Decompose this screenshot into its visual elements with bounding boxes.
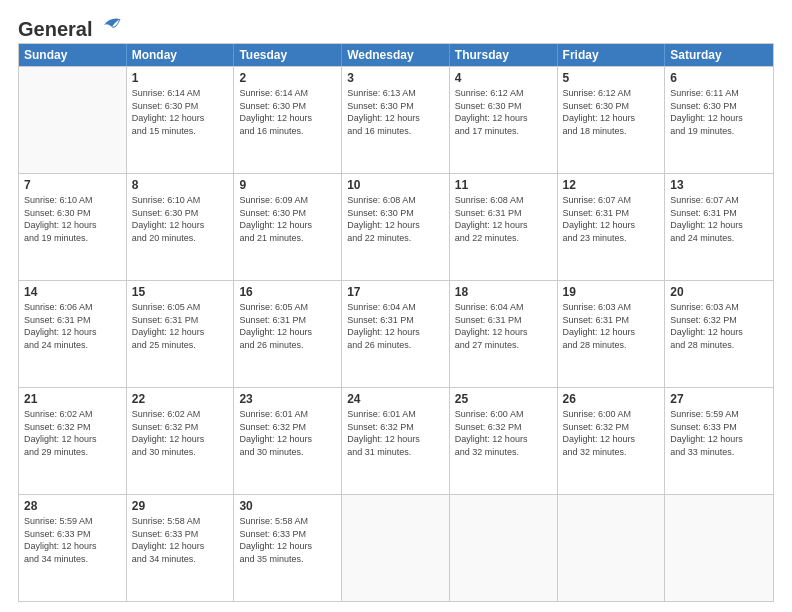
day-info: Sunrise: 6:05 AM Sunset: 6:31 PM Dayligh… (132, 301, 229, 351)
page: General SundayMondayTuesdayWednesdayThur… (0, 0, 792, 612)
calendar-cell: 27Sunrise: 5:59 AM Sunset: 6:33 PM Dayli… (665, 388, 773, 494)
calendar-cell: 5Sunrise: 6:12 AM Sunset: 6:30 PM Daylig… (558, 67, 666, 173)
calendar-cell: 18Sunrise: 6:04 AM Sunset: 6:31 PM Dayli… (450, 281, 558, 387)
calendar-week-3: 14Sunrise: 6:06 AM Sunset: 6:31 PM Dayli… (19, 280, 773, 387)
day-number: 12 (563, 177, 660, 193)
day-header-wednesday: Wednesday (342, 44, 450, 66)
calendar-week-2: 7Sunrise: 6:10 AM Sunset: 6:30 PM Daylig… (19, 173, 773, 280)
day-info: Sunrise: 6:02 AM Sunset: 6:32 PM Dayligh… (132, 408, 229, 458)
day-info: Sunrise: 5:59 AM Sunset: 6:33 PM Dayligh… (24, 515, 121, 565)
day-header-tuesday: Tuesday (234, 44, 342, 66)
day-number: 6 (670, 70, 768, 86)
calendar-cell: 21Sunrise: 6:02 AM Sunset: 6:32 PM Dayli… (19, 388, 127, 494)
day-info: Sunrise: 6:13 AM Sunset: 6:30 PM Dayligh… (347, 87, 444, 137)
day-number: 4 (455, 70, 552, 86)
day-info: Sunrise: 6:14 AM Sunset: 6:30 PM Dayligh… (132, 87, 229, 137)
calendar-cell: 10Sunrise: 6:08 AM Sunset: 6:30 PM Dayli… (342, 174, 450, 280)
day-number: 3 (347, 70, 444, 86)
logo-bird-icon (94, 15, 122, 37)
day-number: 22 (132, 391, 229, 407)
logo: General (18, 18, 122, 35)
calendar-cell: 9Sunrise: 6:09 AM Sunset: 6:30 PM Daylig… (234, 174, 342, 280)
calendar-cell: 7Sunrise: 6:10 AM Sunset: 6:30 PM Daylig… (19, 174, 127, 280)
calendar-cell: 13Sunrise: 6:07 AM Sunset: 6:31 PM Dayli… (665, 174, 773, 280)
day-number: 27 (670, 391, 768, 407)
day-info: Sunrise: 6:12 AM Sunset: 6:30 PM Dayligh… (455, 87, 552, 137)
calendar-cell: 23Sunrise: 6:01 AM Sunset: 6:32 PM Dayli… (234, 388, 342, 494)
day-info: Sunrise: 6:05 AM Sunset: 6:31 PM Dayligh… (239, 301, 336, 351)
day-info: Sunrise: 5:59 AM Sunset: 6:33 PM Dayligh… (670, 408, 768, 458)
calendar-cell: 28Sunrise: 5:59 AM Sunset: 6:33 PM Dayli… (19, 495, 127, 601)
day-number: 30 (239, 498, 336, 514)
day-info: Sunrise: 5:58 AM Sunset: 6:33 PM Dayligh… (239, 515, 336, 565)
day-header-thursday: Thursday (450, 44, 558, 66)
calendar-cell: 8Sunrise: 6:10 AM Sunset: 6:30 PM Daylig… (127, 174, 235, 280)
calendar-cell: 1Sunrise: 6:14 AM Sunset: 6:30 PM Daylig… (127, 67, 235, 173)
day-number: 11 (455, 177, 552, 193)
day-number: 13 (670, 177, 768, 193)
calendar: SundayMondayTuesdayWednesdayThursdayFrid… (18, 43, 774, 602)
calendar-cell: 4Sunrise: 6:12 AM Sunset: 6:30 PM Daylig… (450, 67, 558, 173)
day-number: 17 (347, 284, 444, 300)
day-number: 18 (455, 284, 552, 300)
day-info: Sunrise: 6:10 AM Sunset: 6:30 PM Dayligh… (24, 194, 121, 244)
day-info: Sunrise: 6:09 AM Sunset: 6:30 PM Dayligh… (239, 194, 336, 244)
calendar-cell: 24Sunrise: 6:01 AM Sunset: 6:32 PM Dayli… (342, 388, 450, 494)
calendar-cell: 2Sunrise: 6:14 AM Sunset: 6:30 PM Daylig… (234, 67, 342, 173)
day-number: 10 (347, 177, 444, 193)
day-number: 9 (239, 177, 336, 193)
day-number: 5 (563, 70, 660, 86)
day-info: Sunrise: 6:02 AM Sunset: 6:32 PM Dayligh… (24, 408, 121, 458)
day-number: 8 (132, 177, 229, 193)
day-info: Sunrise: 6:06 AM Sunset: 6:31 PM Dayligh… (24, 301, 121, 351)
day-header-friday: Friday (558, 44, 666, 66)
day-info: Sunrise: 6:08 AM Sunset: 6:31 PM Dayligh… (455, 194, 552, 244)
day-info: Sunrise: 6:14 AM Sunset: 6:30 PM Dayligh… (239, 87, 336, 137)
day-header-sunday: Sunday (19, 44, 127, 66)
calendar-cell (558, 495, 666, 601)
day-info: Sunrise: 6:07 AM Sunset: 6:31 PM Dayligh… (563, 194, 660, 244)
calendar-cell (342, 495, 450, 601)
day-info: Sunrise: 6:10 AM Sunset: 6:30 PM Dayligh… (132, 194, 229, 244)
day-info: Sunrise: 6:03 AM Sunset: 6:31 PM Dayligh… (563, 301, 660, 351)
calendar-cell: 19Sunrise: 6:03 AM Sunset: 6:31 PM Dayli… (558, 281, 666, 387)
day-info: Sunrise: 6:07 AM Sunset: 6:31 PM Dayligh… (670, 194, 768, 244)
calendar-cell: 29Sunrise: 5:58 AM Sunset: 6:33 PM Dayli… (127, 495, 235, 601)
day-info: Sunrise: 6:11 AM Sunset: 6:30 PM Dayligh… (670, 87, 768, 137)
calendar-week-5: 28Sunrise: 5:59 AM Sunset: 6:33 PM Dayli… (19, 494, 773, 601)
day-number: 2 (239, 70, 336, 86)
day-number: 7 (24, 177, 121, 193)
day-number: 15 (132, 284, 229, 300)
day-info: Sunrise: 6:01 AM Sunset: 6:32 PM Dayligh… (239, 408, 336, 458)
calendar-cell: 25Sunrise: 6:00 AM Sunset: 6:32 PM Dayli… (450, 388, 558, 494)
day-info: Sunrise: 6:04 AM Sunset: 6:31 PM Dayligh… (455, 301, 552, 351)
day-info: Sunrise: 6:04 AM Sunset: 6:31 PM Dayligh… (347, 301, 444, 351)
day-number: 24 (347, 391, 444, 407)
day-number: 19 (563, 284, 660, 300)
calendar-week-4: 21Sunrise: 6:02 AM Sunset: 6:32 PM Dayli… (19, 387, 773, 494)
calendar-cell: 3Sunrise: 6:13 AM Sunset: 6:30 PM Daylig… (342, 67, 450, 173)
day-info: Sunrise: 6:01 AM Sunset: 6:32 PM Dayligh… (347, 408, 444, 458)
calendar-cell: 26Sunrise: 6:00 AM Sunset: 6:32 PM Dayli… (558, 388, 666, 494)
calendar-cell: 22Sunrise: 6:02 AM Sunset: 6:32 PM Dayli… (127, 388, 235, 494)
calendar-cell: 12Sunrise: 6:07 AM Sunset: 6:31 PM Dayli… (558, 174, 666, 280)
calendar-cell: 17Sunrise: 6:04 AM Sunset: 6:31 PM Dayli… (342, 281, 450, 387)
day-info: Sunrise: 5:58 AM Sunset: 6:33 PM Dayligh… (132, 515, 229, 565)
day-number: 29 (132, 498, 229, 514)
day-info: Sunrise: 6:00 AM Sunset: 6:32 PM Dayligh… (563, 408, 660, 458)
calendar-cell: 11Sunrise: 6:08 AM Sunset: 6:31 PM Dayli… (450, 174, 558, 280)
day-number: 28 (24, 498, 121, 514)
day-number: 14 (24, 284, 121, 300)
logo-general: General (18, 18, 92, 41)
day-header-saturday: Saturday (665, 44, 773, 66)
calendar-body: 1Sunrise: 6:14 AM Sunset: 6:30 PM Daylig… (19, 66, 773, 601)
day-info: Sunrise: 6:08 AM Sunset: 6:30 PM Dayligh… (347, 194, 444, 244)
calendar-week-1: 1Sunrise: 6:14 AM Sunset: 6:30 PM Daylig… (19, 66, 773, 173)
day-info: Sunrise: 6:12 AM Sunset: 6:30 PM Dayligh… (563, 87, 660, 137)
calendar-cell: 16Sunrise: 6:05 AM Sunset: 6:31 PM Dayli… (234, 281, 342, 387)
calendar-cell: 15Sunrise: 6:05 AM Sunset: 6:31 PM Dayli… (127, 281, 235, 387)
day-number: 23 (239, 391, 336, 407)
calendar-cell: 20Sunrise: 6:03 AM Sunset: 6:32 PM Dayli… (665, 281, 773, 387)
calendar-cell: 14Sunrise: 6:06 AM Sunset: 6:31 PM Dayli… (19, 281, 127, 387)
day-info: Sunrise: 6:00 AM Sunset: 6:32 PM Dayligh… (455, 408, 552, 458)
